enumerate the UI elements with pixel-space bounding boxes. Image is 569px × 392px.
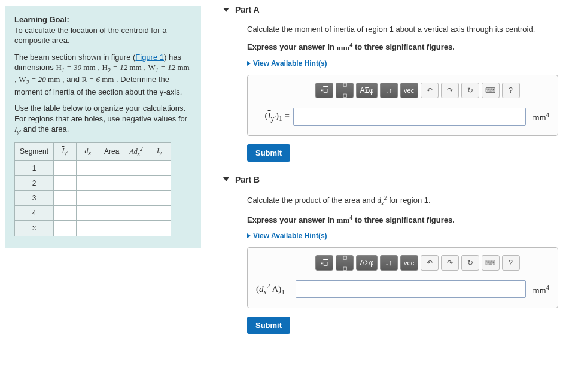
keyboard-button[interactable]: ⌨	[482, 255, 500, 271]
keyboard-button[interactable]: ⌨	[482, 83, 500, 98]
part-b-body: Calculate the product of the area and dx…	[223, 190, 558, 343]
learning-goal-text: To calculate the location of the centroi…	[14, 26, 166, 45]
part-a-toolbar: ▪◻ ◻─◻ ΑΣφ ↓↑ vec ↶ ↷ ↻ ⌨ ?	[286, 83, 549, 98]
part-a-answer-box: ▪◻ ◻─◻ ΑΣφ ↓↑ vec ↶ ↷ ↻ ⌨ ? (Iy′)1 = mm4	[247, 75, 558, 136]
part-a-input[interactable]	[293, 108, 526, 126]
learning-goal: Learning Goal: To calculate the location…	[14, 14, 191, 46]
greek-button[interactable]: ΑΣφ	[356, 83, 377, 98]
left-panel: Learning Goal: To calculate the location…	[0, 0, 206, 392]
template-button[interactable]: ▪◻	[315, 255, 333, 271]
table-row: 1	[15, 160, 171, 175]
subsup-button[interactable]: ↓↑	[380, 83, 398, 98]
part-b-prompt: Calculate the product of the area and dx…	[247, 194, 558, 208]
part-a-unit: mm4	[530, 111, 549, 123]
learning-goal-label: Learning Goal:	[14, 15, 69, 24]
table-row: Σ	[15, 221, 171, 236]
part-a-body: Calculate the moment of inertia of regio…	[223, 20, 558, 170]
part-a-lhs: (Iy′)1 =	[256, 111, 290, 123]
redo-button[interactable]: ↷	[441, 83, 459, 98]
calc-table: Segment Iy′ dx Area Adx2 Iy 1 2 3 4 Σ	[14, 142, 171, 236]
instructions: Use the table below to organize your cal…	[14, 103, 191, 136]
th-dx: dx	[77, 142, 99, 160]
part-a-prompt: Calculate the moment of inertia of regio…	[247, 24, 558, 35]
vec-button[interactable]: vec	[400, 255, 418, 271]
redo-button[interactable]: ↷	[441, 255, 459, 271]
part-b-answer-row: (dx2 A)1 = mm4	[256, 280, 549, 298]
help-button[interactable]: ?	[502, 255, 520, 271]
table-row: 4	[15, 206, 171, 221]
table-header-row: Segment Iy′ dx Area Adx2 Iy	[15, 142, 171, 160]
vec-button[interactable]: vec	[400, 83, 418, 98]
part-b-express: Express your answer in mm4 to three sign…	[247, 214, 558, 226]
part-a-title: Part A	[235, 5, 260, 14]
th-segment: Segment	[15, 142, 54, 160]
part-a-express: Express your answer in mm4 to three sign…	[247, 41, 558, 53]
part-a-submit-button[interactable]: Submit	[247, 144, 290, 162]
part-a-answer-row: (Iy′)1 = mm4	[256, 108, 549, 126]
part-a-header[interactable]: Part A	[223, 0, 558, 20]
chevron-down-icon	[223, 177, 229, 181]
undo-button[interactable]: ↶	[421, 255, 439, 271]
subsup-button[interactable]: ↓↑	[380, 255, 398, 271]
part-b-toolbar: ▪◻ ◻─◻ ΑΣφ ↓↑ vec ↶ ↷ ↻ ⌨ ?	[286, 255, 549, 271]
part-b-hints-toggle[interactable]: View Available Hint(s)	[247, 232, 558, 240]
template-button[interactable]: ▪◻	[315, 83, 333, 98]
table-row: 3	[15, 191, 171, 206]
fraction-button[interactable]: ◻─◻	[336, 83, 354, 98]
table-row: 2	[15, 175, 171, 190]
th-iy: Iy′	[54, 142, 77, 160]
problem-statement: The beam section shown in figure (Figure…	[14, 52, 191, 98]
part-b-answer-box: ▪◻ ◻─◻ ΑΣφ ↓↑ vec ↶ ↷ ↻ ⌨ ? (dx2 A)1 = m…	[247, 247, 558, 308]
learning-goal-box: Learning Goal: To calculate the location…	[5, 6, 201, 248]
part-b-unit: mm4	[530, 284, 549, 296]
part-b-input[interactable]	[296, 280, 525, 298]
reset-button[interactable]: ↻	[461, 255, 479, 271]
figure-link[interactable]: Figure 1	[135, 53, 164, 62]
help-button[interactable]: ?	[502, 83, 520, 98]
part-b-submit-button[interactable]: Submit	[247, 317, 290, 334]
th-adx2: Adx2	[124, 142, 148, 160]
part-b-lhs: (dx2 A)1 =	[256, 282, 292, 296]
th-Iy: Iy	[148, 142, 171, 160]
chevron-down-icon	[223, 8, 229, 12]
undo-button[interactable]: ↶	[421, 83, 439, 98]
greek-button[interactable]: ΑΣφ	[356, 255, 377, 271]
th-area: Area	[99, 142, 124, 160]
part-b-title: Part B	[235, 175, 260, 184]
right-panel: Part A Calculate the moment of inertia o…	[206, 0, 569, 392]
fraction-button[interactable]: ◻─◻	[336, 255, 354, 271]
part-a-hints-toggle[interactable]: View Available Hint(s)	[247, 59, 558, 68]
part-b-header[interactable]: Part B	[223, 170, 558, 190]
reset-button[interactable]: ↻	[461, 83, 479, 98]
